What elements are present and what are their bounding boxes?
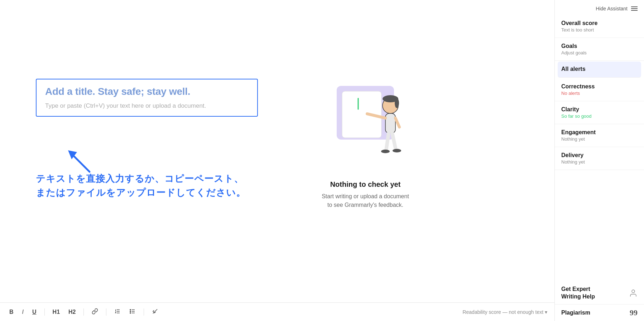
editor-content[interactable]: Add a title. Stay safe; stay well. Type … [0,0,554,302]
all-alerts-label: All alerts [561,66,638,72]
goals-label: Goals [561,43,638,49]
editor-area: Add a title. Stay safe; stay well. Type … [0,0,554,321]
clear-format-button[interactable] [150,307,160,317]
editor-placeholder: Type or paste (Ctrl+V) your text here or… [45,102,249,110]
nothing-to-check-desc: Start writing or upload a documentto see… [322,192,409,209]
delivery-section[interactable]: Delivery Nothing yet [555,147,644,170]
toolbar-divider-1 [44,308,45,316]
unordered-list-button[interactable] [127,307,138,317]
toolbar-divider-3 [106,308,106,316]
h2-button[interactable]: H2 [66,307,78,317]
clarity-label: Clarity [561,106,638,113]
h1-button[interactable]: H1 [51,307,62,317]
toolbar-divider-4 [144,308,144,316]
svg-rect-7 [385,113,395,133]
correctness-section[interactable]: Correctness No alerts [555,78,644,101]
toolbar-divider-2 [83,308,84,316]
overall-score-section[interactable]: Overall score Text is too short [555,15,644,38]
svg-line-11 [392,133,396,150]
italic-button[interactable]: I [20,307,26,317]
plagiarism-badge: 99 [630,308,638,317]
illustration-area: Nothing to check yet Start writing or up… [269,72,462,209]
delivery-sublabel: Nothing yet [561,159,638,165]
person-icon [629,289,638,297]
readability-score[interactable]: Readability score — not enough text ▾ [462,309,547,315]
overall-score-label: Overall score [561,20,638,26]
engagement-section[interactable]: Engagement Nothing yet [555,124,644,147]
correctness-sublabel: No alerts [561,91,638,96]
svg-line-10 [386,133,389,150]
japanese-instruction-label: テキストを直接入力するか、コピーペースト、 またはファイルをアップロードしてくだ… [36,172,246,200]
svg-line-9 [395,118,399,127]
overall-score-sublabel: Text is too short [561,27,638,33]
expert-help-label: Get Expert Writing Help [561,286,595,301]
bold-button[interactable]: B [7,307,16,317]
svg-point-24 [632,290,635,293]
underline-button[interactable]: U [30,307,39,317]
svg-point-21 [130,311,131,311]
svg-point-6 [395,98,399,108]
delivery-label: Delivery [561,152,638,159]
right-sidebar: Hide Assistant Overall score Text is too… [554,0,644,321]
svg-point-20 [130,309,131,310]
svg-line-23 [153,309,157,313]
goals-sublabel: Adjust goals [561,50,638,55]
svg-point-22 [130,312,131,313]
editor-toolbar: B I U H1 H2 Readability score — not enou… [0,302,554,321]
expert-help-section[interactable]: Get Expert Writing Help [555,282,644,304]
correctness-label: Correctness [561,83,638,90]
sidebar-top: Hide Assistant [555,0,644,15]
svg-point-12 [381,150,390,153]
illustration [315,72,415,172]
hide-assistant-button[interactable]: Hide Assistant [596,6,628,11]
engagement-sublabel: Nothing yet [561,136,638,142]
ordered-list-button[interactable] [112,307,123,317]
document-title: Add a title. Stay safe; stay well. [45,86,249,97]
nothing-to-check-title: Nothing to check yet [330,180,401,189]
plagiarism-label: Plagiarism [561,310,590,316]
all-alerts-section[interactable]: All alerts [558,62,641,78]
title-input-box[interactable]: Add a title. Stay safe; stay well. Type … [36,79,258,117]
goals-section[interactable]: Goals Adjust goals [555,38,644,61]
plagiarism-section[interactable]: Plagiarism 99 [555,304,644,321]
clarity-sublabel: So far so good [561,113,638,119]
link-button[interactable] [90,307,100,317]
menu-icon[interactable] [631,6,638,11]
engagement-label: Engagement [561,129,638,136]
clarity-section[interactable]: Clarity So far so good [555,101,644,124]
svg-point-13 [393,149,401,152]
